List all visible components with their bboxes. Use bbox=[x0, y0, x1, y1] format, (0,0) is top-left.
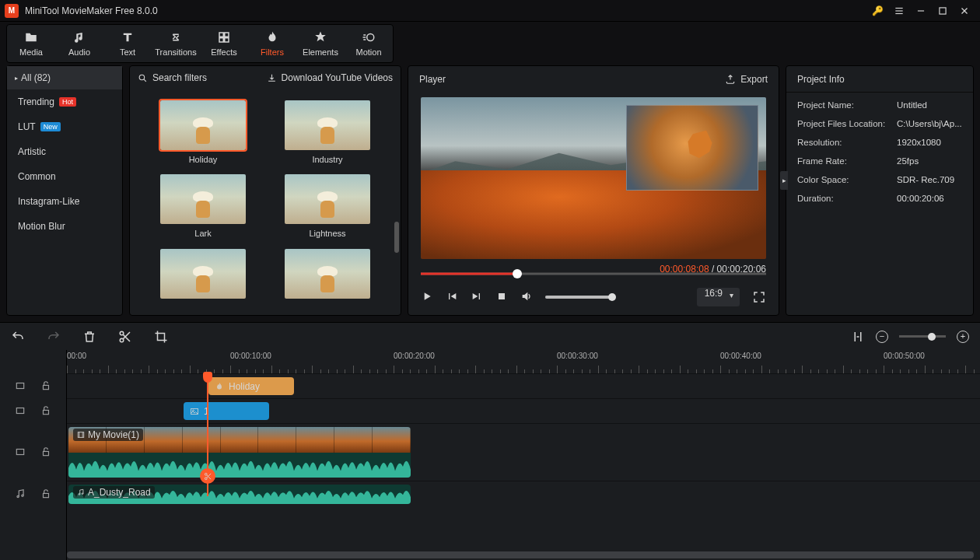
track-visibility-icon[interactable] bbox=[15, 405, 26, 416]
player-progress-bar[interactable]: 00:00:08:08 / 00:00:20:06 bbox=[421, 265, 766, 282]
undo-button[interactable] bbox=[11, 330, 25, 344]
thumbnail-image bbox=[285, 249, 370, 299]
search-filters-input[interactable]: Search filters bbox=[138, 72, 247, 83]
progress-handle[interactable] bbox=[513, 269, 522, 278]
track-visibility-icon[interactable] bbox=[15, 380, 26, 391]
volume-icon[interactable] bbox=[520, 290, 533, 305]
project-info-row: Project Files Location:C:\Users\bj\Ap... bbox=[797, 119, 962, 128]
redo-button[interactable] bbox=[47, 330, 61, 344]
svg-point-29 bbox=[205, 473, 207, 475]
tab-transitions[interactable]: Transitions bbox=[152, 25, 200, 62]
filter-thumbnail[interactable] bbox=[149, 249, 257, 304]
fullscreen-button[interactable] bbox=[752, 290, 766, 304]
track-visibility-icon[interactable] bbox=[15, 446, 26, 457]
tab-elements[interactable]: Elements bbox=[296, 25, 345, 62]
track-lock-icon[interactable] bbox=[40, 405, 51, 416]
project-info-panel: ▸ Project Info Project Name:UntitledProj… bbox=[786, 65, 974, 316]
audio-track[interactable]: A_Dusty_Road bbox=[67, 481, 980, 507]
category-item[interactable]: TrendingHot bbox=[7, 89, 122, 114]
svg-rect-23 bbox=[44, 410, 49, 414]
track-lock-icon[interactable] bbox=[40, 488, 51, 499]
upgrade-key-icon[interactable]: 🔑 bbox=[866, 0, 888, 22]
stop-button[interactable] bbox=[495, 290, 508, 305]
video-track-header bbox=[0, 423, 66, 481]
category-item[interactable]: Motion Blur bbox=[7, 214, 122, 239]
aspect-ratio-select[interactable]: 16:9 bbox=[697, 288, 740, 306]
tab-effects[interactable]: Effects bbox=[200, 25, 248, 62]
minimize-button[interactable] bbox=[910, 0, 932, 22]
svg-point-11 bbox=[367, 34, 374, 41]
zoom-in-button[interactable]: + bbox=[957, 331, 969, 343]
image-clip[interactable]: 1 bbox=[184, 402, 269, 420]
category-item[interactable]: Instagram-Like bbox=[7, 189, 122, 214]
category-item[interactable]: LUTNew bbox=[7, 114, 122, 139]
close-button[interactable] bbox=[954, 0, 975, 22]
thumbnail-image bbox=[285, 174, 370, 224]
timeline-playhead[interactable] bbox=[207, 373, 208, 496]
info-key: Resolution: bbox=[797, 138, 897, 147]
crop-button[interactable] bbox=[154, 330, 168, 344]
info-key: Project Name: bbox=[797, 100, 897, 110]
play-button[interactable] bbox=[421, 290, 433, 305]
audio-track-header bbox=[0, 481, 66, 507]
category-item[interactable]: Common bbox=[7, 164, 122, 189]
video-clip[interactable]: My Movie(1) bbox=[68, 427, 411, 478]
playhead-split-icon[interactable] bbox=[200, 468, 215, 484]
fit-timeline-button[interactable] bbox=[851, 330, 865, 344]
filter-thumbnail[interactable] bbox=[273, 249, 382, 304]
playhead-handle-icon[interactable] bbox=[203, 372, 212, 383]
categories-header-label: All (82) bbox=[21, 72, 51, 83]
filter-thumbnail[interactable]: Lark bbox=[149, 174, 257, 239]
export-label: Export bbox=[740, 74, 768, 85]
tab-label: Motion bbox=[355, 47, 381, 57]
volume-slider[interactable] bbox=[545, 296, 615, 299]
timeline-horizontal-scrollbar[interactable] bbox=[67, 551, 974, 558]
category-label: Common bbox=[18, 171, 56, 182]
download-youtube-label: Download YouTube Videos bbox=[282, 72, 393, 83]
next-frame-button[interactable] bbox=[471, 290, 483, 305]
motion-icon bbox=[362, 30, 376, 44]
download-youtube-link[interactable]: Download YouTube Videos bbox=[267, 72, 393, 83]
delete-button[interactable] bbox=[82, 330, 96, 344]
tab-motion[interactable]: Motion bbox=[345, 25, 393, 62]
filter-thumbnail[interactable]: Holiday bbox=[149, 100, 257, 165]
filter-thumbnail[interactable]: Industry bbox=[273, 100, 382, 165]
track-lock-icon[interactable] bbox=[40, 446, 51, 457]
tab-filters[interactable]: Filters bbox=[248, 25, 296, 62]
prev-frame-button[interactable] bbox=[446, 290, 458, 305]
project-info-row: Color Space:SDR- Rec.709 bbox=[797, 175, 962, 184]
collapse-panel-icon[interactable]: ▸ bbox=[780, 171, 788, 190]
filter-clip[interactable]: Holiday bbox=[208, 377, 294, 395]
category-item[interactable]: Artistic bbox=[7, 139, 122, 164]
timeline-panel: 00:0000:00:10:0000:00:20:0000:00:30:0000… bbox=[0, 350, 980, 560]
audio-clip[interactable]: A_Dusty_Road bbox=[68, 485, 411, 504]
tab-label: Transitions bbox=[155, 47, 196, 57]
tab-text[interactable]: Text bbox=[103, 25, 152, 62]
zoom-slider[interactable] bbox=[899, 335, 946, 338]
image-track[interactable]: 1 bbox=[67, 398, 980, 423]
export-button[interactable]: Export bbox=[725, 74, 768, 85]
tab-audio[interactable]: Audio bbox=[55, 25, 103, 62]
info-value: C:\Users\bj\Ap... bbox=[897, 119, 962, 128]
svg-point-26 bbox=[17, 495, 19, 497]
badge-new: New bbox=[40, 122, 61, 131]
video-preview[interactable] bbox=[421, 97, 766, 259]
timeline-ruler[interactable]: 00:0000:00:10:0000:00:20:0000:00:30:0000… bbox=[67, 350, 980, 373]
track-lock-icon[interactable] bbox=[40, 380, 51, 391]
filter-thumbnail[interactable]: Lightness bbox=[273, 174, 382, 239]
category-label: LUT bbox=[18, 121, 36, 132]
ruler-label: 00:00:10:00 bbox=[230, 352, 271, 360]
category-label: Artistic bbox=[18, 146, 46, 157]
timeline-track-headers bbox=[0, 350, 67, 560]
tab-media[interactable]: Media bbox=[7, 25, 55, 62]
zoom-out-button[interactable]: − bbox=[876, 331, 888, 343]
categories-header[interactable]: ▸All (82) bbox=[7, 66, 122, 89]
picture-in-picture-overlay[interactable] bbox=[626, 105, 758, 191]
maximize-button[interactable] bbox=[932, 0, 954, 22]
project-info-row: Duration:00:00:20:06 bbox=[797, 194, 962, 203]
menu-icon[interactable] bbox=[888, 0, 910, 22]
info-value: 1920x1080 bbox=[897, 138, 962, 147]
music-note-icon[interactable] bbox=[15, 488, 26, 499]
split-button[interactable] bbox=[118, 330, 132, 344]
filters-scrollbar[interactable] bbox=[394, 222, 399, 253]
